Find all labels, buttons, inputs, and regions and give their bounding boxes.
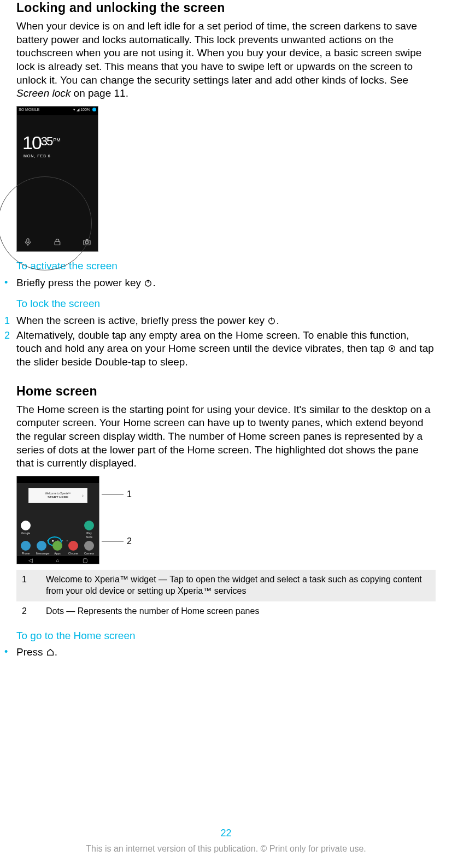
lock-step1-num: 1 [4, 314, 16, 327]
app-icon-label: Google [20, 532, 31, 535]
svg-point-4 [85, 241, 88, 244]
section-title-home: Home screen [16, 383, 436, 400]
app-icon-circle [52, 541, 62, 551]
lockscreen-bottom-icons [17, 238, 98, 247]
app-icon-circle [21, 521, 31, 530]
footer-note: This is an internet version of this publ… [0, 843, 452, 855]
app-icon: Messenger [36, 541, 47, 556]
nav-back-icon: ◁ [28, 557, 33, 564]
settings-dot-icon [388, 343, 396, 354]
section-title-locking: Locking and unlocking the screen [16, 0, 436, 16]
power-icon [144, 277, 152, 288]
app-icon-label: Chrome [68, 552, 79, 556]
app-icon-circle [37, 541, 46, 551]
activate-bullet: • Briefly press the power key . [4, 276, 436, 290]
svg-rect-2 [55, 241, 60, 245]
chevron-right-icon: › [82, 492, 84, 499]
lockscreen-hour: 10 [22, 131, 41, 155]
app-icon: Apps [52, 541, 63, 556]
app-icon: Google [20, 521, 31, 539]
app-icon-label: Phone [20, 552, 31, 556]
app-icon [68, 521, 79, 539]
goto-text: Press . [16, 646, 436, 659]
legend-row-1: 1 Welcome to Xperia™ widget — Tap to ope… [16, 570, 436, 601]
app-icon-circle [84, 521, 94, 530]
app-icon-label: Camera [84, 552, 95, 556]
app-icon-label: Apps [52, 552, 63, 556]
lock-step1: 1 When the screen is active, briefly pre… [4, 314, 436, 328]
home-welcome-widget: Welcome to Xperia™ START HERE › [29, 488, 87, 503]
legend-2-text: Dots — Represents the number of Home scr… [40, 601, 436, 622]
lock-step2-text: Alternatively, double tap any empty area… [16, 329, 436, 369]
figure-callouts: 1 2 [102, 476, 134, 563]
section2-body: The Home screen is the starting point fo… [16, 403, 436, 470]
figure-legend-table: 1 Welcome to Xperia™ widget — Tap to ope… [16, 570, 436, 621]
lockscreen-carrier: SO MOBILE [19, 107, 40, 115]
svg-rect-0 [27, 239, 29, 243]
section1-text-tail: on page 11. [71, 87, 128, 99]
home-widget-line1: Welcome to Xperia™ [45, 492, 71, 495]
home-icon [46, 646, 55, 658]
activate-text: Briefly press the power key . [16, 276, 436, 290]
section1-body: When your device is on and left idle for… [16, 20, 436, 101]
lockscreen-clock: 1035PM MON, FEB 6 [22, 131, 98, 158]
app-icon: Play Store [84, 521, 95, 539]
figure-lockscreen: SO MOBILE ▾ ◢ 100% 1035PM MON, FEB 6 [16, 106, 98, 252]
home-widget-line2: START HERE [48, 495, 68, 500]
app-icon-label: Messenger [36, 552, 47, 556]
app-icon: Chrome [68, 541, 79, 556]
app-icon-circle [21, 541, 31, 551]
figure-homescreen-container: Welcome to Xperia™ START HERE › GooglePl… [16, 476, 436, 564]
app-icon-circle [52, 521, 62, 530]
svg-point-10 [391, 348, 393, 350]
subheading-activate: To activate the screen [16, 259, 436, 273]
lockscreen-arc [0, 176, 92, 270]
camera-icon [83, 238, 91, 247]
legend-row-2: 2 Dots — Represents the number of Home s… [16, 601, 436, 622]
bullet-dot: • [4, 646, 16, 658]
lock-step2: 2 Alternatively, double tap any empty ar… [4, 329, 436, 369]
goto-bullet: • Press . [4, 646, 436, 659]
nav-recents-icon: ▢ [83, 557, 87, 564]
lockscreen-user-icon [92, 108, 96, 111]
section1-text-a: When your device is on and left idle for… [16, 20, 421, 86]
lockscreen-status-icons: ▾ ◢ 100% [72, 107, 96, 115]
lock-step1-text: When the screen is active, briefly press… [16, 314, 436, 328]
page-number: 22 [0, 827, 452, 840]
lockscreen-statusbar: SO MOBILE ▾ ◢ 100% [17, 107, 98, 115]
nav-home-icon: ⌂ [56, 557, 59, 564]
app-icon-circle [68, 521, 78, 530]
home-navbar: ◁ ⌂ ▢ [17, 556, 99, 564]
bullet-dot: • [4, 276, 16, 288]
app-icon: Phone [20, 541, 31, 556]
power-icon [267, 315, 276, 326]
home-statusbar [17, 476, 99, 483]
app-icon: Camera [84, 541, 95, 556]
callout-2: 2 [102, 536, 132, 547]
home-app-row-2: PhoneMessengerAppsChromeCamera [20, 541, 95, 556]
lock-step2-num: 2 [4, 329, 16, 342]
lockscreen-date: MON, FEB 6 [24, 153, 98, 158]
subheading-goto-home: To go to the Home screen [16, 629, 436, 643]
lock-icon [53, 238, 62, 247]
legend-1-num: 1 [16, 570, 40, 601]
subheading-lock: To lock the screen [16, 297, 436, 311]
app-icon-circle [68, 541, 78, 551]
section1-text-em: Screen lock [16, 87, 71, 99]
lockscreen-minute: 35 [41, 134, 52, 150]
home-app-row-1: GooglePlay Store [20, 521, 95, 539]
app-icon-circle [37, 521, 46, 530]
legend-2-num: 2 [16, 601, 40, 622]
app-icon [36, 521, 47, 539]
legend-1-text: Welcome to Xperia™ widget — Tap to open … [40, 570, 436, 601]
mic-icon [24, 238, 32, 247]
lockscreen-ampm: PM [53, 137, 61, 143]
callout-1: 1 [102, 489, 132, 500]
figure-homescreen: Welcome to Xperia™ START HERE › GooglePl… [16, 476, 99, 564]
app-icon-circle [84, 541, 94, 551]
